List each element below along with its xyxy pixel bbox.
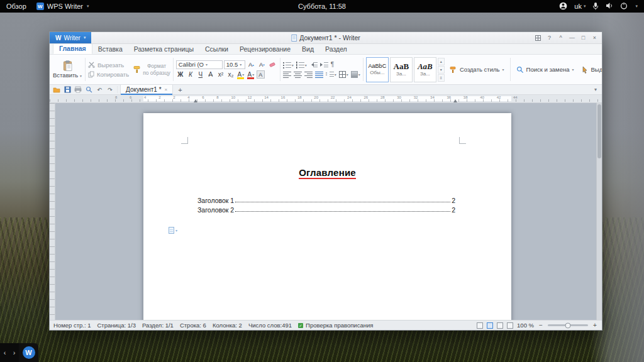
strikethrough-button[interactable]: A bbox=[206, 70, 215, 79]
ribbon-tab[interactable]: Главная bbox=[53, 43, 92, 54]
clear-format-button[interactable] bbox=[268, 60, 277, 69]
maximize-button[interactable]: □ bbox=[578, 33, 589, 43]
document-page[interactable]: Оглавление Заголовок 1 2 Заголовок 2 2 bbox=[143, 113, 511, 320]
dock-prev-button[interactable]: ‹ bbox=[0, 343, 9, 362]
writer-menu-chip[interactable]: W Writer ▾ bbox=[50, 32, 91, 43]
spellcheck-status[interactable]: Проверка правописания bbox=[298, 322, 373, 329]
numbered-list-button[interactable] bbox=[296, 62, 307, 69]
status-page[interactable]: Страница: 1/3 bbox=[97, 322, 136, 329]
web-layout-view-icon[interactable] bbox=[497, 322, 503, 329]
vertical-scrollbar[interactable] bbox=[596, 103, 602, 320]
superscript-button[interactable]: x² bbox=[216, 70, 225, 79]
italic-button[interactable]: К bbox=[186, 70, 195, 79]
right-margin-marker[interactable] bbox=[453, 97, 457, 102]
fullscreen-view-icon[interactable] bbox=[507, 322, 513, 329]
increase-indent-button[interactable] bbox=[320, 62, 328, 69]
zoom-level[interactable]: 100 % bbox=[517, 322, 534, 329]
grow-font-button[interactable]: A bbox=[247, 60, 256, 69]
print-preview-icon[interactable] bbox=[84, 85, 93, 94]
find-replace-button[interactable]: Поиск и замена▾ bbox=[513, 56, 577, 83]
dock-next-button[interactable]: › bbox=[9, 343, 19, 362]
align-justify-button[interactable] bbox=[315, 71, 323, 78]
toc-update-button[interactable] bbox=[169, 227, 177, 234]
shading-button[interactable] bbox=[351, 71, 360, 78]
font-color-button[interactable]: A bbox=[247, 70, 255, 79]
indent-marker[interactable] bbox=[194, 97, 197, 102]
collapse-ribbon-icon[interactable]: ^ bbox=[555, 33, 566, 43]
power-icon[interactable] bbox=[620, 2, 628, 11]
ruler-number: 20 bbox=[314, 96, 318, 99]
open-folder-icon[interactable] bbox=[52, 85, 61, 94]
toc-entry[interactable]: Заголовок 1 2 bbox=[197, 194, 455, 204]
align-center-button[interactable] bbox=[294, 71, 302, 78]
volume-icon[interactable] bbox=[606, 2, 613, 11]
shrink-font-button[interactable]: A bbox=[257, 60, 267, 69]
paste-button[interactable]: Вставить ▾ bbox=[52, 56, 82, 83]
save-icon[interactable] bbox=[63, 85, 72, 94]
accessibility-icon[interactable] bbox=[559, 2, 567, 11]
highlight-color-button[interactable]: A bbox=[236, 70, 245, 79]
font-name-select[interactable]: Calibri (О bbox=[176, 60, 223, 69]
select-button[interactable]: Выделить▾ bbox=[579, 56, 602, 83]
char-shading-button[interactable]: А bbox=[257, 70, 265, 79]
window-titlebar[interactable]: W Writer ▾ Документ1 * - Writer ? ^ — □ … bbox=[50, 32, 602, 44]
styles-scroll-up-button[interactable]: ▴ bbox=[438, 58, 445, 65]
styles-scroll-down-button[interactable]: ▾ bbox=[438, 66, 445, 74]
format-painter-button[interactable]: Формат по образцу bbox=[133, 63, 170, 75]
align-right-button[interactable] bbox=[304, 71, 313, 78]
close-document-icon[interactable]: × bbox=[165, 87, 168, 92]
dock-wps-tile[interactable]: W bbox=[19, 343, 38, 362]
help-icon[interactable]: ? bbox=[544, 33, 555, 43]
layout-switch-icon[interactable] bbox=[533, 33, 543, 43]
underline-button[interactable]: Ч bbox=[196, 70, 205, 79]
ribbon-tab[interactable]: Раздел bbox=[319, 45, 353, 54]
decrease-indent-button[interactable] bbox=[309, 62, 318, 69]
style-heading2[interactable]: AaB За... bbox=[414, 57, 436, 82]
clock[interactable]: Суббота, 11:58 bbox=[298, 3, 346, 10]
app-menu[interactable]: W WPS Writer ▾ bbox=[36, 3, 89, 10]
ribbon-tab[interactable]: Вид bbox=[296, 45, 319, 54]
keyboard-layout-indicator[interactable]: uk ▾ bbox=[574, 3, 586, 10]
cut-button[interactable]: Вырезать bbox=[88, 62, 129, 69]
ribbon-tab[interactable]: Ссылки bbox=[199, 45, 234, 54]
subscript-button[interactable]: x₂ bbox=[226, 70, 235, 79]
print-layout-view-icon[interactable] bbox=[487, 322, 493, 329]
document-tab[interactable]: Документ1 * × bbox=[120, 85, 173, 95]
close-button[interactable]: × bbox=[589, 33, 600, 43]
zoom-slider[interactable] bbox=[548, 324, 588, 326]
copy-button[interactable]: Копировать bbox=[88, 71, 129, 78]
minimize-button[interactable]: — bbox=[567, 33, 577, 43]
style-normal[interactable]: AaBbC Обы... bbox=[366, 57, 389, 82]
show-marks-button[interactable]: ¶ bbox=[331, 62, 334, 68]
font-size-select[interactable]: 10.5 bbox=[224, 60, 245, 69]
zoom-in-button[interactable]: + bbox=[592, 322, 598, 329]
redo-icon[interactable]: ↷ bbox=[106, 85, 114, 94]
status-word-count[interactable]: Число слов:491 bbox=[248, 322, 292, 329]
new-style-button[interactable]: Создать стиль▾ bbox=[447, 56, 508, 83]
undo-icon[interactable]: ↶ bbox=[95, 85, 104, 94]
bold-button[interactable]: Ж bbox=[176, 70, 185, 79]
toc-entry[interactable]: Заголовок 2 2 bbox=[197, 204, 455, 214]
ribbon-tab[interactable]: Разметка страницы bbox=[128, 45, 199, 54]
horizontal-ruler[interactable]: 8642246810121416182022242628303234363840… bbox=[50, 95, 602, 103]
toc-block[interactable]: Заголовок 1 2 Заголовок 2 2 bbox=[197, 194, 455, 214]
document-area[interactable]: Оглавление Заголовок 1 2 Заголовок 2 2 bbox=[50, 103, 602, 320]
borders-button[interactable] bbox=[339, 71, 348, 78]
activities-button[interactable]: Обзор bbox=[6, 3, 26, 10]
align-left-button[interactable] bbox=[283, 71, 291, 78]
tab-list-icon[interactable]: ▾ bbox=[594, 87, 599, 92]
fit-page-view-icon[interactable] bbox=[477, 322, 483, 329]
style-heading1[interactable]: AaB За... bbox=[390, 57, 413, 82]
microphone-icon[interactable] bbox=[592, 2, 599, 11]
toc-title[interactable]: Оглавление bbox=[143, 167, 511, 178]
line-spacing-button[interactable] bbox=[326, 71, 336, 78]
new-document-tab-button[interactable]: + bbox=[175, 86, 185, 94]
scrollbar-thumb[interactable] bbox=[597, 104, 601, 158]
ribbon-tab[interactable]: Вставка bbox=[92, 45, 128, 54]
zoom-slider-thumb[interactable] bbox=[565, 322, 571, 328]
bullet-list-button[interactable] bbox=[283, 62, 294, 69]
styles-gallery-button[interactable]: ≡ bbox=[438, 74, 445, 82]
print-icon[interactable] bbox=[74, 85, 82, 94]
ribbon-tab[interactable]: Рецензирование bbox=[234, 45, 296, 54]
zoom-out-button[interactable]: − bbox=[538, 322, 544, 329]
